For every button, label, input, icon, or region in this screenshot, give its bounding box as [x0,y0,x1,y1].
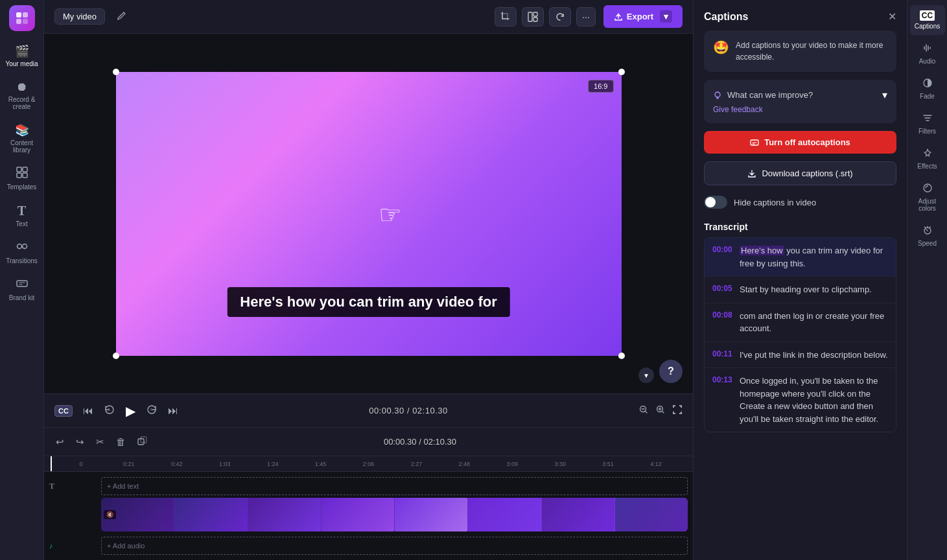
delete-button[interactable]: 🗑 [112,434,130,450]
video-canvas[interactable]: Here's how you can trim any video for ☞ [116,72,622,356]
fullscreen-button[interactable] [672,404,683,417]
svg-rect-7 [23,173,27,178]
transcript-item-2[interactable]: 00:08 com and then log in or create your… [705,303,896,342]
text-track-label: T [49,482,101,491]
captions-header: Captions ✕ [704,10,896,23]
ruler-mark-0: 0 [57,461,105,467]
autocaptions-icon [750,138,759,147]
sidebar-item-transitions[interactable]: Transitions [3,235,41,270]
text-track-row: T + Add text [44,474,693,498]
ruler-mark-10: 3:30 [536,461,584,467]
sidebar-item-your-media[interactable]: 🎬 Your media [3,39,41,73]
ruler-mark-7: 2:27 [392,461,440,467]
ruler-mark-5: 1:45 [297,461,345,467]
sidebar-item-record-create[interactable]: ⏺ Record & create [3,75,41,115]
transcript-text-1: Start by heading over to clipchamp. [740,283,872,296]
svg-rect-2 [16,19,21,24]
give-feedback-link[interactable]: Give feedback [713,105,887,114]
tab-filters[interactable]: Filters [910,108,945,140]
tab-effects[interactable]: Effects [910,143,945,175]
captions-info-card: 🤩 Add captions to your video to make it … [704,30,896,72]
sidebar-item-text[interactable]: T Text [3,198,41,233]
audio-track-icon: ♪ [49,542,53,550]
tab-speed[interactable]: Speed [910,220,945,252]
zoom-in-button[interactable] [655,404,666,417]
export-button[interactable]: Export ▾ [603,5,683,28]
ruler-mark-12: 4:12 [632,461,680,467]
svg-text:5: 5 [150,408,152,412]
svg-rect-4 [17,167,21,172]
redo-button[interactable]: ↪ [72,434,88,450]
transitions-icon [16,240,28,255]
filters-tab-icon [922,113,933,126]
ruler-mark-9: 3:09 [488,461,536,467]
svg-rect-1 [23,12,28,18]
captions-panel: Captions ✕ 🤩 Add captions to your video … [693,0,907,560]
rotate-tool-button[interactable] [549,7,571,27]
chevron-down-icon: ▾ [882,89,887,101]
layout-tool-button[interactable] [522,7,544,27]
transcript-time-3: 00:11 [712,349,733,362]
video-track-wrapper[interactable]: 🔇 [101,498,688,534]
transcript-text-2: com and then log in or create your free … [740,310,888,335]
video-track[interactable]: 🔇 [101,498,688,531]
rename-button[interactable] [113,6,131,27]
adjust-colors-tab-icon [922,183,933,196]
info-emoji: 🤩 [713,40,729,55]
crop-tool-button[interactable] [495,7,517,27]
rewind-5-button[interactable]: 5 [104,404,115,418]
sidebar-item-content-library[interactable]: 📚 Content library [3,118,41,159]
skip-back-button[interactable]: ⏮ [83,405,93,417]
scroll-down-button[interactable]: ▼ [638,368,654,383]
corner-handle-tl[interactable] [113,69,119,75]
project-name[interactable]: My video [54,8,105,25]
corner-handle-tr[interactable] [618,69,625,75]
corner-handle-br[interactable] [618,353,625,359]
mute-icon[interactable]: 🔇 [106,511,113,518]
turn-off-autocaptions-button[interactable]: Turn off autocaptions [704,131,896,154]
download-captions-button[interactable]: Download captions (.srt) [704,161,896,185]
svg-rect-10 [17,281,27,286]
play-button[interactable]: ▶ [126,403,135,419]
improve-header[interactable]: What can we improve? ▾ [713,89,887,101]
tab-captions[interactable]: CC Captions [910,5,945,35]
transcript-item-0[interactable]: 00:00 Here's how you can trim any video … [705,238,896,277]
tab-audio[interactable]: Audio [910,38,945,70]
corner-handle-bl[interactable] [113,353,119,359]
transcript-item-3[interactable]: 00:11 I've put the link in the descripti… [705,342,896,369]
text-track-content: + Add text [101,477,688,495]
improve-text: What can we improve? [713,90,813,100]
topbar: My video [44,0,693,34]
transcript-item-4[interactable]: 00:13 Once logged in, you'll be taken to… [705,368,896,432]
zoom-out-button[interactable] [638,404,649,417]
sidebar-item-brand-kit[interactable]: Brand kit [3,272,41,307]
sidebar-item-templates[interactable]: Templates [3,161,41,196]
audio-track-label: ♪ [49,542,101,550]
ruler-mark-2: 0:42 [153,461,201,467]
transcript-section: Transcript 00:00 Here's how you can trim… [704,222,896,432]
undo-button[interactable]: ↩ [52,434,68,450]
playback-bar: CC ⏮ 5 ▶ 5 ⏭ 00:00.30 / [44,393,693,427]
close-captions-button[interactable]: ✕ [888,10,896,23]
svg-rect-12 [533,12,537,16]
forward-5-button[interactable]: 5 [146,404,158,418]
skip-forward-button[interactable]: ⏭ [168,405,178,417]
templates-icon [16,167,28,181]
help-button[interactable]: ? [659,360,683,383]
brand-kit-icon [16,277,28,292]
transcript-time-0: 00:00 [712,244,733,270]
duplicate-button[interactable] [134,434,151,450]
video-thumbnails [101,498,688,531]
cc-button[interactable]: CC [54,405,73,417]
cut-button[interactable]: ✂ [92,434,108,450]
add-audio-button[interactable]: + Add audio [101,537,688,555]
svg-point-20 [715,92,720,97]
tab-fade[interactable]: Fade [910,73,945,105]
transcript-item-1[interactable]: 00:05 Start by heading over to clipchamp… [705,277,896,303]
time-display: 00:00.30 / 02:10.30 [369,406,448,415]
more-tools-button[interactable]: ··· [576,7,596,27]
hide-captions-toggle[interactable] [704,196,727,209]
tab-adjust-colors[interactable]: Adjust colors [910,178,945,217]
add-text-button[interactable]: + Add text [101,477,688,495]
track-controls: 🔇 [104,510,116,519]
